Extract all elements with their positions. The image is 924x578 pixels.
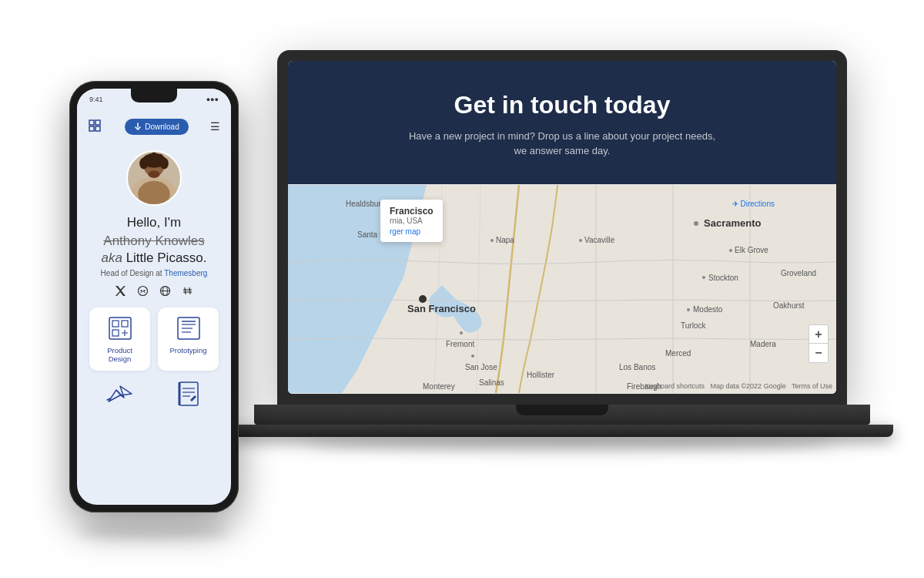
svg-point-16 xyxy=(419,295,427,303)
svg-rect-70 xyxy=(179,382,198,405)
skill-card-product-design: Product Design xyxy=(89,307,150,371)
zoom-in-button[interactable]: + xyxy=(809,325,828,344)
scene: Get in touch today Have a new project in… xyxy=(38,19,886,559)
popup-sub: rnia, USA xyxy=(390,217,434,225)
illustration-icon xyxy=(105,378,136,409)
svg-point-49 xyxy=(141,290,142,291)
svg-text:San Francisco: San Francisco xyxy=(407,303,476,314)
svg-text:Hollister: Hollister xyxy=(527,371,555,379)
ux-writing-icon xyxy=(173,378,204,409)
svg-point-46 xyxy=(148,170,159,177)
twitter-icon[interactable] xyxy=(115,285,126,297)
svg-text:Groveland: Groveland xyxy=(781,269,816,277)
avatar xyxy=(126,150,182,206)
svg-point-50 xyxy=(144,290,146,291)
download-button[interactable]: Download xyxy=(125,119,188,135)
prototyping-icon xyxy=(176,315,202,341)
laptop-title: Get in touch today xyxy=(454,91,671,119)
popup-title: Francisco xyxy=(390,206,434,217)
social-icons xyxy=(115,285,193,297)
svg-point-7 xyxy=(490,239,494,242)
map-popup: Francisco rnia, USA rger map xyxy=(380,200,443,242)
svg-line-54 xyxy=(185,287,186,294)
svg-text:Monterey: Monterey xyxy=(423,382,455,391)
svg-point-9 xyxy=(579,239,582,242)
logo-icon xyxy=(88,119,103,134)
laptop-shadow xyxy=(308,437,832,452)
avatar-svg xyxy=(128,150,180,204)
skill-label-product-design: Product Design xyxy=(95,346,144,363)
skill-cards: Product Design Prototyping xyxy=(89,307,219,371)
laptop-screen: Get in touch today Have a new project in… xyxy=(288,61,836,394)
svg-text:Vacaville: Vacaville xyxy=(584,236,615,244)
phone-content: Hello, I'm Anthony Knowles aka Little Pi… xyxy=(77,143,231,505)
popup-link[interactable]: rger map xyxy=(390,227,420,236)
figma-icon[interactable] xyxy=(182,285,193,297)
ux-writing-icon-wrapper xyxy=(158,378,219,409)
svg-line-55 xyxy=(189,287,190,294)
skill-label-prototyping: Prototyping xyxy=(169,346,206,355)
svg-text:Healdsburg: Healdsburg xyxy=(346,200,385,208)
github-icon[interactable] xyxy=(137,285,149,297)
company-name: Themesberg xyxy=(164,269,207,277)
svg-rect-60 xyxy=(122,321,128,327)
laptop-bottom xyxy=(231,425,893,437)
map-zoom-controls: + − xyxy=(808,324,829,363)
phone-name: Anthony Knowles xyxy=(103,234,204,248)
svg-point-20 xyxy=(687,308,690,311)
laptop-map: Sacramento Healdsburg Santa Rosa Napa Va… xyxy=(288,184,836,394)
product-design-icon xyxy=(107,315,133,341)
svg-text:Stockton: Stockton xyxy=(708,274,738,282)
svg-text:Los Banos: Los Banos xyxy=(619,363,655,371)
laptop-header: Get in touch today Have a new project in… xyxy=(288,61,836,184)
phone-nav-bar: Download ☰ xyxy=(77,110,231,143)
laptop-base xyxy=(254,405,870,425)
svg-text:Elk Grove: Elk Grove xyxy=(735,246,768,254)
phone-notch xyxy=(131,89,177,102)
svg-point-2 xyxy=(694,221,698,226)
phone-job-title: Head of Design at Themesberg xyxy=(101,269,208,277)
svg-point-13 xyxy=(702,276,705,279)
phone-battery: ●●● xyxy=(206,96,219,103)
menu-icon[interactable]: ☰ xyxy=(210,120,220,133)
svg-text:Salinas: Salinas xyxy=(479,378,504,387)
svg-point-23 xyxy=(471,355,474,358)
svg-rect-37 xyxy=(95,126,100,131)
svg-text:Fremont: Fremont xyxy=(446,340,474,348)
bottom-skill-icons xyxy=(89,378,219,409)
svg-text:Merced: Merced xyxy=(665,349,691,358)
svg-point-11 xyxy=(729,249,732,252)
svg-point-18 xyxy=(460,331,463,334)
svg-marker-67 xyxy=(109,386,132,402)
phone: 9:41 ●●● xyxy=(69,81,239,528)
zoom-out-button[interactable]: − xyxy=(809,344,828,362)
laptop-subtitle: Have a new project in mind? Drop us a li… xyxy=(408,129,716,159)
download-icon xyxy=(134,123,142,130)
globe-icon[interactable] xyxy=(159,285,171,297)
laptop-body: Get in touch today Have a new project in… xyxy=(277,50,847,405)
phone-aka: aka Little Picasso. xyxy=(101,250,206,266)
svg-text:San Jose: San Jose xyxy=(465,363,497,371)
phone-shadow xyxy=(77,524,231,539)
laptop: Get in touch today Have a new project in… xyxy=(277,50,862,528)
laptop-notch xyxy=(516,405,608,415)
svg-rect-35 xyxy=(95,120,100,125)
svg-text:Napa: Napa xyxy=(496,236,514,244)
phone-outer: 9:41 ●●● xyxy=(69,81,239,512)
phone-logo xyxy=(88,119,103,134)
svg-text:Turlock: Turlock xyxy=(681,321,706,330)
download-label: Download xyxy=(145,123,179,131)
svg-rect-34 xyxy=(89,120,94,125)
svg-text:Modesto: Modesto xyxy=(693,305,723,314)
svg-text:Madera: Madera xyxy=(750,340,776,348)
skill-card-prototyping: Prototyping xyxy=(158,307,219,371)
svg-rect-59 xyxy=(112,321,119,327)
illustration-icon-wrapper xyxy=(89,378,150,409)
svg-text:Oakhurst: Oakhurst xyxy=(773,301,805,310)
map-attribution: Keyboard shortcuts Map data ©2022 Google… xyxy=(644,382,832,390)
phone-greeting: Hello, I'm xyxy=(127,215,181,230)
directions-link[interactable]: ✈ Directions xyxy=(732,200,775,208)
svg-text:Sacramento: Sacramento xyxy=(704,217,761,229)
svg-rect-61 xyxy=(112,330,119,336)
phone-screen: 9:41 ●●● xyxy=(77,89,231,505)
